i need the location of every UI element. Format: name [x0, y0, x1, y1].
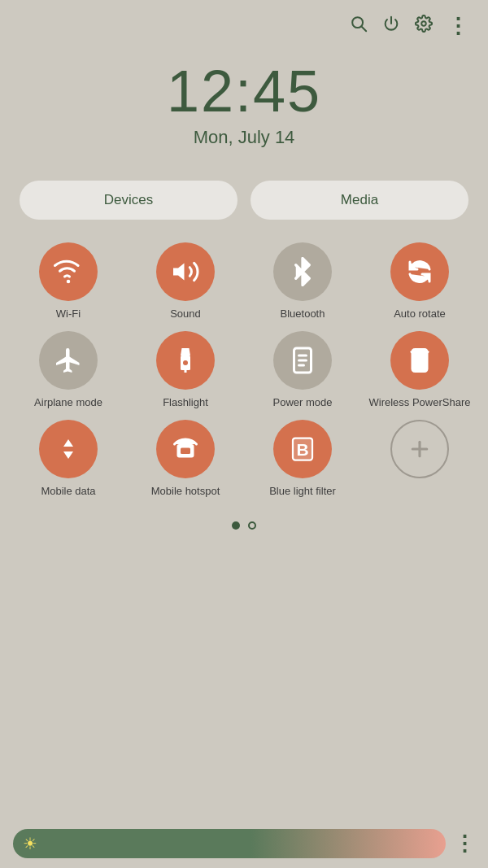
- tile-label-power-mode: Power mode: [273, 396, 333, 410]
- svg-text:B: B: [296, 439, 308, 458]
- tile-label-wifi: Wi-Fi: [56, 308, 81, 321]
- brightness-sun-icon: ☀: [23, 834, 37, 853]
- clock-date: Mon, July 14: [194, 127, 295, 148]
- dot-1[interactable]: [232, 521, 240, 530]
- tile-mobile-data[interactable]: Mobile data: [13, 420, 124, 499]
- search-icon[interactable]: [350, 15, 368, 37]
- tile-circle-flashlight: [156, 331, 215, 390]
- tile-auto-rotate[interactable]: Auto rotate: [364, 242, 475, 321]
- tile-label-sound: Sound: [170, 308, 201, 321]
- svg-point-5: [183, 360, 188, 365]
- brightness-track[interactable]: ☀: [13, 829, 446, 858]
- tiles-grid: Wi-Fi Sound Bluetooth: [0, 242, 488, 499]
- tile-circle-bluetooth: [273, 242, 332, 301]
- media-button[interactable]: Media: [251, 181, 468, 220]
- page-dots: [232, 521, 256, 530]
- devices-button[interactable]: Devices: [20, 181, 237, 220]
- device-media-row: Devices Media: [0, 181, 488, 220]
- gear-icon[interactable]: [415, 15, 433, 37]
- power-icon[interactable]: [382, 15, 400, 37]
- tile-circle-auto-rotate: [390, 242, 449, 301]
- tile-circle-mobile-hotspot: [156, 420, 215, 478]
- more-icon[interactable]: ⋮: [447, 15, 468, 37]
- more-vertical-icon[interactable]: ⋮: [454, 831, 475, 857]
- tile-add[interactable]: [364, 420, 475, 499]
- tile-bluetooth[interactable]: Bluetooth: [247, 242, 358, 321]
- tile-power-mode[interactable]: Power mode: [247, 331, 358, 410]
- tile-label-blue-light-filter: Blue light filter: [269, 485, 336, 499]
- tile-circle-power-mode: [273, 331, 332, 390]
- tile-label-auto-rotate: Auto rotate: [394, 308, 446, 321]
- brightness-bar-container: ☀ ⋮: [0, 819, 488, 868]
- svg-point-3: [67, 280, 71, 284]
- clock-section: 12:45 Mon, July 14: [167, 62, 321, 148]
- tile-label-wireless-powershare: Wireless PowerShare: [369, 396, 471, 410]
- tile-circle-wifi: [39, 242, 98, 301]
- svg-rect-11: [181, 447, 190, 454]
- tile-label-mobile-hotspot: Mobile hotspot: [151, 485, 220, 499]
- tile-circle-blue-light-filter: B: [273, 420, 332, 478]
- tile-circle-wireless-powershare: [390, 331, 449, 390]
- top-icons-bar: ⋮: [0, 0, 488, 37]
- tile-wifi[interactable]: Wi-Fi: [13, 242, 124, 321]
- tile-circle-airplane: [39, 331, 98, 390]
- svg-line-1: [362, 27, 367, 31]
- dot-2[interactable]: [248, 521, 256, 530]
- tile-airplane-mode[interactable]: Airplane mode: [13, 331, 124, 410]
- tile-circle-add: [390, 420, 449, 478]
- tile-label-flashlight: Flashlight: [163, 396, 208, 410]
- tile-circle-mobile-data: [39, 420, 98, 478]
- clock-time: 12:45: [167, 62, 321, 120]
- tile-label-mobile-data: Mobile data: [41, 485, 95, 499]
- tile-wireless-powershare[interactable]: Wireless PowerShare: [364, 331, 475, 410]
- tile-flashlight[interactable]: Flashlight: [130, 331, 241, 410]
- tile-label-bluetooth: Bluetooth: [281, 308, 325, 321]
- tile-mobile-hotspot[interactable]: Mobile hotspot: [130, 420, 241, 499]
- tile-circle-sound: [156, 242, 215, 301]
- screen: ⋮ 12:45 Mon, July 14 Devices Media Wi-Fi…: [0, 0, 488, 868]
- tile-blue-light-filter[interactable]: B Blue light filter: [247, 420, 358, 499]
- tile-label-airplane-mode: Airplane mode: [34, 396, 102, 410]
- tile-sound[interactable]: Sound: [130, 242, 241, 321]
- svg-point-2: [421, 21, 426, 26]
